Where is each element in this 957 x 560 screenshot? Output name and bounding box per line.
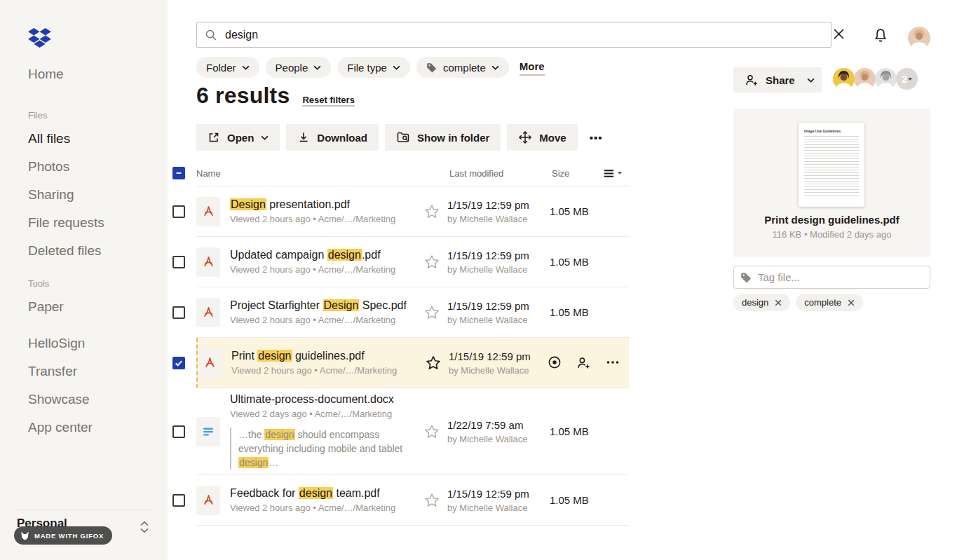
star-column	[416, 493, 447, 508]
remove-tag-icon[interactable]	[848, 299, 855, 306]
filter-chip-people[interactable]: People	[266, 57, 332, 78]
star-column	[416, 204, 447, 219]
thumbnail-text-lines	[804, 136, 859, 198]
sidebar-item-transfer[interactable]: Transfer	[28, 357, 162, 385]
row-body[interactable]: Design presentation.pdf Viewed 2 hours a…	[196, 186, 629, 237]
list-view-toggle[interactable]	[603, 168, 622, 179]
share-button[interactable]: Share	[733, 67, 806, 93]
row-body[interactable]: Feedback for design team.pdf Viewed 2 ho…	[196, 475, 629, 526]
row-checkbox[interactable]	[172, 256, 185, 268]
row-body[interactable]: Ultimate-process-document.docx Viewed 2 …	[196, 388, 629, 475]
sidebar-item-home[interactable]: Home	[28, 64, 162, 84]
star-icon[interactable]	[424, 305, 440, 320]
filter-chip-complete[interactable]: complete	[416, 57, 509, 78]
caret-down-icon	[908, 78, 912, 81]
remove-tag-icon[interactable]	[775, 299, 782, 306]
search-highlight: Design	[323, 299, 360, 311]
folder-search-icon	[396, 130, 410, 144]
row-body[interactable]: Updated campaign design.pdf Viewed 2 hou…	[196, 237, 629, 287]
modified-date: 1/15/19 12:59 pm	[447, 300, 550, 312]
more-filters-link[interactable]: More	[520, 59, 545, 76]
row-body[interactable]: Project Starfighter Design Spec.pdf View…	[196, 287, 629, 338]
sidebar: HomeFilesAll filesPhotosSharingFile requ…	[0, 0, 168, 560]
avatar-overflow-count[interactable]: 2	[896, 68, 918, 90]
open-external-icon	[208, 131, 220, 144]
preview-eye-icon[interactable]	[547, 355, 562, 370]
sidebar-item-paper[interactable]: Paper	[28, 293, 162, 321]
member-avatar[interactable]	[833, 68, 855, 90]
file-size: 1.05 MB	[550, 205, 627, 217]
file-name[interactable]: Design presentation.pdf	[230, 198, 416, 211]
download-button[interactable]: Download	[286, 124, 379, 151]
filter-chip-file-type[interactable]: File type	[337, 57, 410, 78]
row-hover-actions	[536, 338, 629, 387]
star-icon[interactable]	[424, 204, 440, 219]
row-checkbox[interactable]	[172, 494, 185, 507]
row-checkbox[interactable]	[172, 357, 185, 369]
file-meta: Viewed 2 hours ago • Acme/…/Marketing	[230, 214, 416, 224]
list-view-icon	[603, 168, 615, 179]
clear-search-icon[interactable]	[833, 28, 845, 43]
toolbar-more-icon[interactable]: •••	[590, 132, 603, 144]
member-avatar[interactable]	[854, 68, 876, 90]
dropbox-logo-icon[interactable]	[28, 28, 51, 50]
star-icon[interactable]	[424, 424, 440, 439]
move-button[interactable]: Move	[507, 124, 577, 151]
file-name[interactable]: Feedback for design team.pdf	[230, 487, 416, 500]
chevron-down-icon	[393, 65, 400, 70]
column-modified[interactable]: Last modified	[449, 168, 552, 179]
sidebar-item-all-files[interactable]: All files	[28, 125, 162, 153]
share-dropdown-button[interactable]	[800, 67, 822, 93]
row-checkbox[interactable]	[172, 205, 185, 218]
file-name[interactable]: Print design guidelines.pdf	[231, 350, 418, 362]
show-in-folder-button[interactable]: Show in folder	[385, 124, 501, 151]
select-all-checkbox[interactable]	[172, 167, 185, 179]
file-name[interactable]: Project Starfighter Design Spec.pdf	[230, 299, 416, 312]
sidebar-item-photos[interactable]: Photos	[28, 153, 162, 181]
more-actions-icon[interactable]	[605, 355, 620, 370]
file-excerpt: …the design should encompass everything …	[230, 428, 415, 470]
column-size[interactable]: Size	[552, 168, 629, 179]
star-icon[interactable]	[426, 355, 441, 371]
pdf-file-icon	[202, 493, 215, 507]
star-column	[416, 305, 447, 320]
file-meta: Viewed 2 hours ago • Acme/…/Marketing	[231, 365, 418, 376]
table-row: Ultimate-process-document.docx Viewed 2 …	[168, 388, 629, 475]
search-input[interactable]	[196, 22, 832, 48]
user-avatar[interactable]	[908, 27, 930, 49]
filter-chip-folder[interactable]: Folder	[196, 57, 259, 78]
row-checkbox[interactable]	[172, 425, 185, 438]
search-highlight: design	[238, 457, 269, 468]
file-type-tile	[196, 298, 220, 327]
row-checkbox[interactable]	[172, 306, 185, 319]
sidebar-item-hellosign[interactable]: HelloSign	[28, 329, 162, 357]
notifications-bell-icon[interactable]	[873, 27, 888, 46]
star-icon[interactable]	[424, 493, 440, 508]
chevron-down-icon	[807, 78, 815, 83]
star-icon[interactable]	[424, 254, 440, 270]
sidebar-item-sharing[interactable]: Sharing	[28, 181, 162, 209]
file-name-column: Feedback for design team.pdf Viewed 2 ho…	[230, 487, 416, 513]
share-person-icon[interactable]	[576, 355, 591, 370]
star-column	[416, 254, 447, 270]
open-button[interactable]: Open	[196, 124, 280, 151]
sidebar-item-app-center[interactable]: App center	[28, 414, 162, 442]
file-name[interactable]: Updated campaign design.pdf	[230, 249, 416, 261]
results-count: 6 results	[196, 83, 290, 109]
member-avatar[interactable]	[875, 68, 897, 90]
sidebar-item-file-requests[interactable]: File requests	[28, 209, 162, 237]
file-tags: designcomplete	[733, 294, 863, 311]
document-thumbnail[interactable]: Image Use Guidelines	[799, 123, 864, 207]
row-body[interactable]: Print design guidelines.pdf Viewed 2 hou…	[196, 338, 629, 388]
chevron-down-icon	[491, 65, 499, 70]
pdf-file-icon	[202, 306, 215, 319]
file-name[interactable]: Ultimate-process-document.docx	[230, 393, 416, 406]
sidebar-item-showcase[interactable]: Showcase	[28, 385, 162, 414]
column-name[interactable]: Name	[196, 168, 419, 179]
table-row: Project Starfighter Design Spec.pdf View…	[168, 287, 629, 338]
chevron-down-icon	[313, 65, 321, 70]
sidebar-item-deleted-files[interactable]: Deleted files	[28, 237, 162, 265]
account-updown-icon[interactable]	[140, 521, 149, 536]
reset-filters-link[interactable]: Reset filters	[302, 95, 354, 107]
tag-file-input[interactable]	[733, 266, 930, 289]
